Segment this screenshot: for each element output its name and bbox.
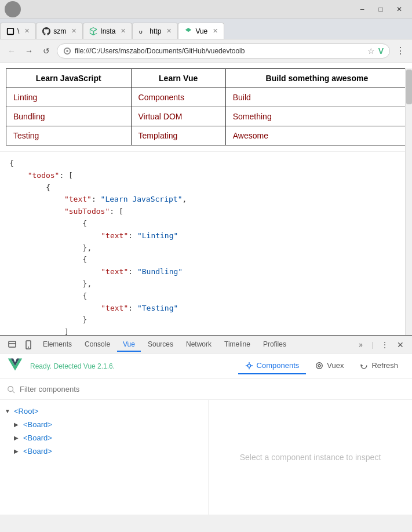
json-line: { — [9, 290, 403, 303]
tab-github-close[interactable]: ✕ — [71, 27, 76, 35]
svg-rect-4 — [9, 341, 16, 347]
devtools-menu-button[interactable]: ⋮ — [377, 338, 392, 351]
svg-point-8 — [247, 364, 250, 367]
json-code-area: { "todos": [ { "text": "Learn JavaScript… — [0, 151, 412, 335]
tree-arrow-board-1: ▶ — [14, 421, 23, 428]
svg-point-14 — [8, 386, 13, 391]
tab-vue[interactable]: Vue ✕ — [178, 23, 224, 39]
svg-rect-6 — [26, 341, 31, 349]
devtools-tab-vue[interactable]: Vue — [117, 338, 141, 352]
tab-new-close[interactable]: ✕ — [24, 27, 30, 35]
lock-icon — [63, 47, 71, 55]
tab-insta-close[interactable]: ✕ — [121, 27, 126, 35]
vuex-icon — [315, 362, 323, 370]
user-avatar — [5, 1, 21, 17]
vue-tab-vuex-label: Vuex — [327, 361, 344, 370]
tab-insta[interactable]: Insta ✕ — [83, 23, 132, 39]
back-button[interactable]: ← — [5, 44, 19, 58]
devtools-device-button[interactable] — [21, 338, 36, 351]
link-testing[interactable]: Testing — [13, 131, 39, 140]
window-controls: – □ ✕ — [354, 3, 407, 16]
scrollbar-thumb[interactable] — [406, 70, 412, 104]
vue-tab-vuex[interactable]: Vuex — [308, 358, 351, 374]
svg-line-15 — [13, 391, 15, 393]
link-awesome[interactable]: Awesome — [233, 131, 268, 140]
address-input-container[interactable]: file:///C:/Users/mszabo/Documents/GitHub… — [57, 43, 390, 59]
tab-insta-label: Insta — [100, 27, 115, 35]
devtools-tab-timeline[interactable]: Timeline — [218, 338, 256, 352]
json-line: "todos": [ — [9, 170, 403, 182]
vue-tab-components[interactable]: Components — [238, 358, 307, 374]
vue-extension-icon[interactable]: V — [378, 46, 384, 56]
tree-item-board-3[interactable]: ▶ <Board> — [0, 444, 208, 458]
vue-devtools: Ready. Detected Vue 2.1.6. Components — [0, 354, 412, 515]
tree-label-board-2: <Board> — [23, 433, 52, 442]
link-virtualdom[interactable]: Virtual DOM — [138, 112, 183, 121]
tab-vue-close[interactable]: ✕ — [213, 27, 218, 35]
components-icon — [245, 362, 253, 370]
tree-item-root[interactable]: ▼ <Root> — [0, 405, 208, 418]
link-linting[interactable]: Linting — [13, 93, 37, 102]
json-line: } — [9, 314, 403, 326]
devtools-tab-console[interactable]: Console — [79, 338, 116, 352]
inspect-message: Select a component instance to inspect — [240, 453, 381, 462]
bookmark-icon[interactable]: ☆ — [367, 46, 375, 56]
devtools-tab-elements[interactable]: Elements — [37, 338, 78, 352]
json-line: ] — [9, 326, 403, 335]
devtools-tab-network[interactable]: Network — [180, 338, 217, 352]
devtools-toolbar: Elements Console Vue Sources Network Tim… — [0, 336, 412, 354]
json-line: { — [9, 182, 403, 194]
json-line: { — [9, 158, 403, 170]
tree-arrow-board-3: ▶ — [14, 448, 23, 454]
json-line: { — [9, 254, 403, 266]
refresh-icon — [360, 362, 368, 370]
forward-button[interactable]: → — [22, 44, 36, 58]
close-button[interactable]: ✕ — [391, 3, 407, 16]
search-icon — [7, 385, 15, 393]
vue-tab-refresh[interactable]: Refresh — [353, 358, 405, 374]
tab-new-label: \ — [17, 27, 19, 35]
main-scrollbar[interactable] — [405, 68, 412, 335]
tab-http-close[interactable]: ✕ — [166, 27, 172, 35]
tree-item-board-1[interactable]: ▶ <Board> — [0, 418, 208, 431]
link-templating[interactable]: Templating — [138, 131, 178, 140]
devtools-close-button[interactable]: ✕ — [393, 339, 407, 351]
svg-point-3 — [66, 50, 68, 52]
address-bar: ← → ↺ file:///C:/Users/mszabo/Documents/… — [0, 39, 412, 63]
json-line: "text": "Learn JavaScript", — [9, 194, 403, 206]
tab-github[interactable]: szm ✕ — [36, 23, 83, 39]
minimize-button[interactable]: – — [354, 3, 370, 16]
vue-tab-components-label: Components — [257, 361, 300, 370]
devtools-tab-sources[interactable]: Sources — [142, 338, 179, 352]
devtools-tab-profiles[interactable]: Profiles — [257, 338, 292, 352]
tab-new[interactable]: \ ✕ — [0, 23, 36, 39]
link-components[interactable]: Components — [138, 93, 184, 102]
content-table: Learn JavaScript Learn Vue Build somethi… — [6, 68, 409, 145]
filter-bar — [0, 379, 412, 400]
component-tree: ▼ <Root> ▶ <Board> ▶ <Board> ▶ <Board> — [0, 400, 209, 515]
vue-tab-refresh-label: Refresh — [371, 361, 398, 370]
vue-devtools-header: Ready. Detected Vue 2.1.6. Components — [0, 354, 412, 379]
devtools-more-button[interactable]: » — [353, 338, 369, 351]
devtools-separator: | — [372, 340, 374, 349]
json-line: { — [9, 218, 403, 230]
maximize-button[interactable]: □ — [373, 3, 389, 16]
main-content: Learn JavaScript Learn Vue Build somethi… — [0, 63, 412, 335]
browser-tab-bar: \ ✕ szm ✕ Insta ✕ U http ✕ Vue ✕ — [0, 19, 412, 39]
title-bar: – □ ✕ — [0, 0, 412, 19]
tab-github-label: szm — [53, 27, 66, 35]
refresh-button[interactable]: ↺ — [39, 44, 53, 58]
json-line: "text": "Linting" — [9, 230, 403, 242]
tree-item-board-2[interactable]: ▶ <Board> — [0, 431, 208, 444]
json-line: "subTodos": [ — [9, 206, 403, 218]
devtools-inspect-button[interactable] — [5, 338, 20, 351]
link-bundling[interactable]: Bundling — [13, 112, 45, 121]
json-line: "text": "Bundling" — [9, 266, 403, 278]
browser-menu-button[interactable]: ⋮ — [393, 44, 407, 58]
link-something[interactable]: Something — [233, 112, 272, 121]
tab-http[interactable]: U http ✕ — [132, 23, 178, 39]
svg-rect-0 — [8, 28, 14, 34]
filter-components-input[interactable] — [20, 385, 405, 393]
table-row: Linting Components Build — [6, 88, 409, 107]
link-build[interactable]: Build — [233, 93, 251, 102]
